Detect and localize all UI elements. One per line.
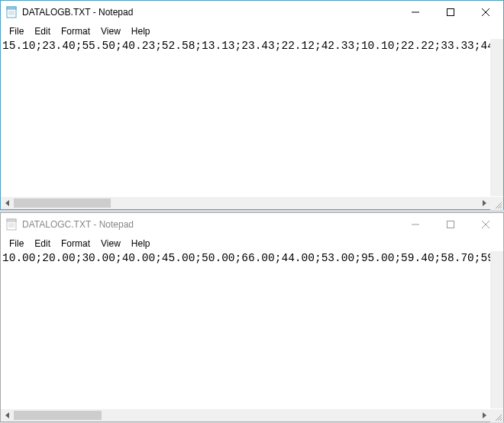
scroll-right-button[interactable]	[477, 197, 490, 209]
scroll-right-button[interactable]	[477, 409, 490, 421]
size-grip-icon[interactable]	[490, 197, 503, 210]
window-title: DATALOGB.TXT - Notepad	[22, 7, 398, 18]
maximize-button[interactable]	[433, 1, 468, 24]
menubar: File Edit Format View Help	[1, 236, 503, 251]
window-title: DATALOGC.TXT - Notepad	[22, 219, 398, 230]
menu-format[interactable]: Format	[56, 237, 95, 250]
svg-rect-1	[7, 7, 16, 9]
menubar: File Edit Format View Help	[1, 24, 503, 39]
scroll-left-button[interactable]	[1, 197, 14, 209]
scroll-thumb[interactable]	[14, 199, 111, 208]
horizontal-scrollbar[interactable]	[1, 196, 503, 209]
menu-edit[interactable]: Edit	[29, 25, 56, 37]
svg-rect-15	[7, 219, 16, 221]
notepad-icon	[5, 218, 18, 231]
window-controls	[398, 213, 503, 236]
notepad-window-2: DATALOGC.TXT - Notepad File Edit Format …	[0, 212, 504, 422]
vertical-scrollbar[interactable]	[490, 251, 503, 408]
titlebar[interactable]: DATALOGB.TXT - Notepad	[1, 1, 503, 24]
minimize-button[interactable]	[398, 213, 433, 236]
menu-format[interactable]: Format	[56, 25, 95, 37]
svg-marker-24	[483, 412, 486, 418]
titlebar[interactable]: DATALOGC.TXT - Notepad	[1, 213, 503, 236]
menu-view[interactable]: View	[95, 237, 126, 250]
menu-help[interactable]: Help	[126, 25, 156, 37]
svg-rect-20	[447, 221, 454, 228]
vertical-scrollbar[interactable]	[490, 39, 503, 196]
menu-view[interactable]: View	[95, 25, 126, 37]
svg-line-27	[500, 419, 502, 421]
menu-edit[interactable]: Edit	[29, 237, 56, 250]
notepad-icon	[5, 6, 18, 18]
scroll-track[interactable]	[14, 409, 477, 421]
scroll-track[interactable]	[14, 197, 477, 209]
svg-rect-6	[447, 9, 454, 16]
minimize-button[interactable]	[398, 1, 433, 24]
scroll-left-button[interactable]	[1, 409, 14, 421]
close-button[interactable]	[468, 213, 503, 236]
text-area[interactable]: 15.10;23.40;55.50;40.23;52.58;13.13;23.4…	[1, 39, 490, 196]
size-grip-icon[interactable]	[490, 409, 503, 422]
maximize-button[interactable]	[433, 213, 468, 236]
text-area[interactable]: 10.00;20.00;30.00;40.00;45.00;50.00;66.0…	[1, 251, 490, 408]
svg-marker-9	[5, 200, 9, 206]
notepad-window-1: DATALOGB.TXT - Notepad File Edit Format …	[0, 0, 504, 210]
menu-file[interactable]: File	[4, 25, 29, 37]
horizontal-scrollbar[interactable]	[1, 408, 503, 421]
svg-line-13	[500, 207, 502, 208]
scroll-thumb[interactable]	[14, 411, 102, 420]
svg-marker-23	[5, 412, 9, 418]
menu-file[interactable]: File	[4, 237, 29, 250]
menu-help[interactable]: Help	[126, 237, 156, 250]
window-controls	[398, 1, 503, 24]
close-button[interactable]	[468, 1, 503, 24]
svg-marker-10	[483, 200, 486, 206]
